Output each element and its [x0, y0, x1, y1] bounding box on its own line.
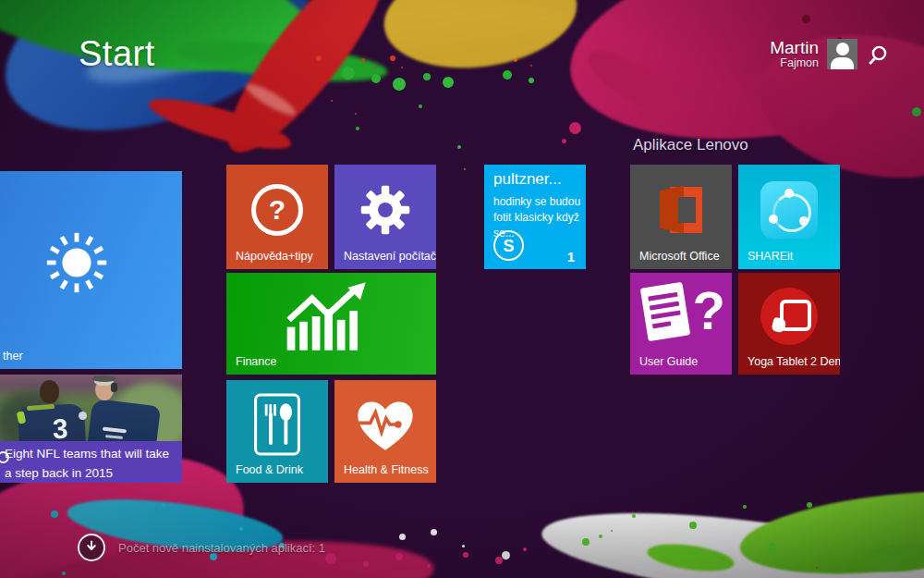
- shareit-dot-right: [799, 216, 808, 226]
- finance-tile-label: Finance: [236, 355, 276, 368]
- yoga-tablet-icon: [738, 273, 840, 360]
- search-button[interactable]: [867, 44, 889, 69]
- question-glyph: ?: [693, 281, 725, 340]
- shareit-dot-left: [769, 215, 778, 224]
- weather-tile-label: ther: [3, 350, 23, 363]
- tile-food-drink[interactable]: Food & Drink: [226, 380, 328, 483]
- gear-icon: [334, 165, 436, 254]
- page-title: Start: [79, 34, 155, 74]
- tile-shareit[interactable]: SHAREit: [738, 165, 840, 269]
- player-head: [40, 380, 59, 403]
- tile-skype-notification[interactable]: pultzner... hodinky se budou fotit klasi…: [484, 165, 586, 269]
- search-icon: [867, 55, 889, 69]
- shareit-icon: [738, 165, 840, 254]
- heart-pulse-icon: [334, 380, 436, 468]
- tile-user-guide[interactable]: ? User Guide: [630, 273, 732, 375]
- finance-chart-icon: [226, 273, 436, 360]
- office-logo-hole: [678, 197, 696, 223]
- shareit-ring: [772, 193, 811, 232]
- user-name: Martin Fajmon: [770, 39, 819, 70]
- user-last-name: Fajmon: [770, 56, 819, 70]
- skype-icon: S: [493, 230, 524, 261]
- skype-letter: S: [503, 238, 514, 254]
- document-icon: [640, 282, 691, 341]
- user-guide-icon: ?: [630, 273, 732, 356]
- office-logo-icon: [630, 165, 732, 254]
- shareit-dot-top: [784, 189, 794, 198]
- tile-pc-settings[interactable]: Nastavení počítače: [334, 165, 436, 269]
- new-apps-text: Počet nově nainstalovaných aplikací: 1: [118, 541, 325, 555]
- office-tile-label: Microsoft Office: [639, 250, 720, 263]
- tile-yoga-demo[interactable]: Yoga Tablet 2 Demo: [738, 273, 840, 375]
- yoga-tile-label: Yoga Tablet 2 Demo: [748, 355, 840, 368]
- tile-nfl-news[interactable]: 3 Eight NFL teams that will take a step …: [0, 375, 182, 483]
- avatar-head: [836, 43, 849, 55]
- skype-badge-count: 1: [567, 249, 575, 264]
- tile-help-tips[interactable]: ? Nápověda+tipy: [226, 165, 328, 269]
- help-tile-label: Nápověda+tipy: [236, 250, 313, 263]
- new-apps-indicator: Počet nově nainstalovaných aplikací: 1: [78, 534, 325, 561]
- news-caption: Eight NFL teams that will take a step ba…: [0, 441, 182, 483]
- player-patch: [79, 412, 87, 420]
- tile-microsoft-office[interactable]: Microsoft Office: [630, 165, 732, 269]
- avatar: [827, 39, 857, 69]
- coach-headset-band: [92, 375, 116, 382]
- user-guide-tile-label: User Guide: [639, 355, 698, 368]
- user-first-name: Martin: [770, 39, 819, 56]
- shareit-tile-label: SHAREit: [748, 250, 793, 263]
- food-tile-label: Food & Drink: [236, 463, 303, 476]
- health-tile-label: Health & Fitness: [344, 463, 429, 476]
- sun-icon: [0, 171, 182, 354]
- down-arrow-icon: [85, 539, 98, 556]
- skype-contact-name: pultzner...: [493, 170, 562, 189]
- question-glyph: ?: [269, 196, 286, 224]
- avatar-body: [831, 57, 854, 69]
- coach-headset-ear: [111, 383, 117, 392]
- user-account-button[interactable]: Martin Fajmon: [770, 39, 857, 70]
- group-heading-lenovo: Aplikace Lenovo: [633, 136, 748, 154]
- settings-tile-label: Nastavení počítače: [344, 250, 436, 263]
- question-circle-icon: ?: [226, 165, 328, 254]
- tile-finance[interactable]: Finance: [226, 273, 436, 375]
- tile-weather[interactable]: ther: [0, 171, 182, 369]
- apps-view-down-arrow-button[interactable]: [78, 534, 105, 561]
- news-headline: Eight NFL teams that will take a step ba…: [0, 441, 182, 483]
- tile-health-fitness[interactable]: Health & Fitness: [334, 380, 436, 483]
- fork-spoon-icon: [226, 380, 328, 468]
